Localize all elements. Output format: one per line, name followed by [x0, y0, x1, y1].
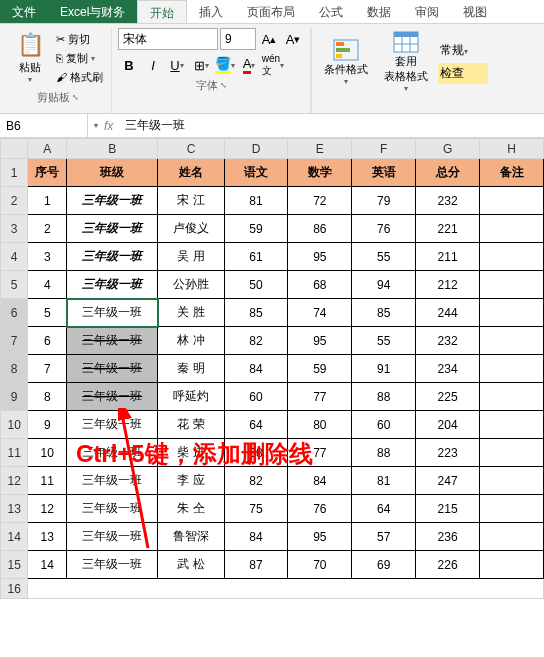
- col-header-d[interactable]: D: [224, 139, 288, 159]
- tab-formula[interactable]: 公式: [307, 0, 355, 23]
- cell[interactable]: 4: [28, 271, 67, 299]
- cell[interactable]: 三年级一班: [67, 299, 158, 327]
- cell[interactable]: 58: [224, 439, 288, 467]
- cell[interactable]: 84: [224, 355, 288, 383]
- cell[interactable]: 86: [288, 215, 352, 243]
- table-format-button[interactable]: 套用 表格格式▾: [378, 28, 434, 95]
- cell[interactable]: 武 松: [158, 551, 224, 579]
- cell[interactable]: 6: [28, 327, 67, 355]
- cell[interactable]: 三年级一班: [67, 243, 158, 271]
- font-size-select[interactable]: [220, 28, 256, 50]
- cell[interactable]: 226: [416, 551, 480, 579]
- cell[interactable]: 82: [224, 327, 288, 355]
- underline-button[interactable]: U▾: [166, 54, 188, 76]
- cell[interactable]: 232: [416, 327, 480, 355]
- cell[interactable]: 61: [224, 243, 288, 271]
- col-header-e[interactable]: E: [288, 139, 352, 159]
- row-header[interactable]: 16: [1, 579, 28, 599]
- cell[interactable]: 70: [288, 551, 352, 579]
- cell[interactable]: 204: [416, 411, 480, 439]
- cell[interactable]: 三年级一班: [67, 523, 158, 551]
- cell[interactable]: 5: [28, 299, 67, 327]
- cell[interactable]: 55: [352, 243, 416, 271]
- fill-color-button[interactable]: 🪣▾: [214, 54, 236, 76]
- tab-file[interactable]: 文件: [0, 0, 48, 23]
- cell[interactable]: 94: [352, 271, 416, 299]
- cell[interactable]: 59: [224, 215, 288, 243]
- cell[interactable]: 卢俊义: [158, 215, 224, 243]
- row-header[interactable]: 7: [1, 327, 28, 355]
- phonetic-button[interactable]: wén文▾: [262, 54, 284, 76]
- col-header-h[interactable]: H: [480, 139, 544, 159]
- cell[interactable]: [480, 523, 544, 551]
- row-header[interactable]: 1: [1, 159, 28, 187]
- cell[interactable]: 80: [288, 411, 352, 439]
- cell[interactable]: 10: [28, 439, 67, 467]
- paste-button[interactable]: 📋 粘贴 ▾: [10, 28, 50, 88]
- cell[interactable]: 11: [28, 467, 67, 495]
- cell[interactable]: 64: [224, 411, 288, 439]
- cell[interactable]: 211: [416, 243, 480, 271]
- col-header-g[interactable]: G: [416, 139, 480, 159]
- cell[interactable]: 三年级一班: [67, 215, 158, 243]
- cell[interactable]: 三年级一班: [67, 439, 158, 467]
- cell[interactable]: 81: [352, 467, 416, 495]
- row-header[interactable]: 11: [1, 439, 28, 467]
- cell[interactable]: 64: [352, 495, 416, 523]
- cell[interactable]: 宋 江: [158, 187, 224, 215]
- cell[interactable]: 69: [352, 551, 416, 579]
- cell[interactable]: 88: [352, 383, 416, 411]
- cell[interactable]: 备注: [480, 159, 544, 187]
- cell[interactable]: 76: [352, 215, 416, 243]
- cell[interactable]: 姓名: [158, 159, 224, 187]
- tab-custom[interactable]: Excel与财务: [48, 0, 137, 23]
- cell[interactable]: 77: [288, 439, 352, 467]
- cell[interactable]: 序号: [28, 159, 67, 187]
- cell[interactable]: 215: [416, 495, 480, 523]
- cell[interactable]: 三年级一班: [67, 551, 158, 579]
- col-header-c[interactable]: C: [158, 139, 224, 159]
- cut-button[interactable]: ✂剪切: [54, 31, 105, 48]
- cell[interactable]: 呼延灼: [158, 383, 224, 411]
- cell[interactable]: 50: [224, 271, 288, 299]
- cell[interactable]: 三年级一班: [67, 495, 158, 523]
- cell[interactable]: 英语: [352, 159, 416, 187]
- tab-insert[interactable]: 插入: [187, 0, 235, 23]
- cell[interactable]: 三年级一班: [67, 383, 158, 411]
- cell[interactable]: 76: [288, 495, 352, 523]
- cell[interactable]: 朱 仝: [158, 495, 224, 523]
- row-header[interactable]: 13: [1, 495, 28, 523]
- cell[interactable]: 1: [28, 187, 67, 215]
- cell[interactable]: 吴 用: [158, 243, 224, 271]
- cell[interactable]: 95: [288, 243, 352, 271]
- select-all-corner[interactable]: [1, 139, 28, 159]
- cell[interactable]: [480, 187, 544, 215]
- cell[interactable]: 班级: [67, 159, 158, 187]
- cell[interactable]: 77: [288, 383, 352, 411]
- row-header[interactable]: 8: [1, 355, 28, 383]
- row-header[interactable]: 14: [1, 523, 28, 551]
- row-header[interactable]: 15: [1, 551, 28, 579]
- cell[interactable]: 关 胜: [158, 299, 224, 327]
- tab-view[interactable]: 视图: [451, 0, 499, 23]
- cell[interactable]: 57: [352, 523, 416, 551]
- cell[interactable]: 221: [416, 215, 480, 243]
- cell[interactable]: 2: [28, 215, 67, 243]
- cell[interactable]: 秦 明: [158, 355, 224, 383]
- cell-style-select[interactable]: 常规▾: [438, 40, 488, 61]
- tab-home[interactable]: 开始: [137, 0, 187, 23]
- cell[interactable]: 7: [28, 355, 67, 383]
- formula-bar[interactable]: [119, 114, 544, 137]
- fx-icon[interactable]: fx: [104, 119, 113, 133]
- cell[interactable]: [480, 299, 544, 327]
- row-header[interactable]: 4: [1, 243, 28, 271]
- cell[interactable]: 225: [416, 383, 480, 411]
- cell[interactable]: 数学: [288, 159, 352, 187]
- cell[interactable]: [480, 355, 544, 383]
- row-header[interactable]: 3: [1, 215, 28, 243]
- cell[interactable]: 85: [352, 299, 416, 327]
- cell[interactable]: 三年级一班: [67, 271, 158, 299]
- cell[interactable]: 212: [416, 271, 480, 299]
- cell[interactable]: [480, 439, 544, 467]
- check-cell-button[interactable]: 检查: [438, 63, 488, 84]
